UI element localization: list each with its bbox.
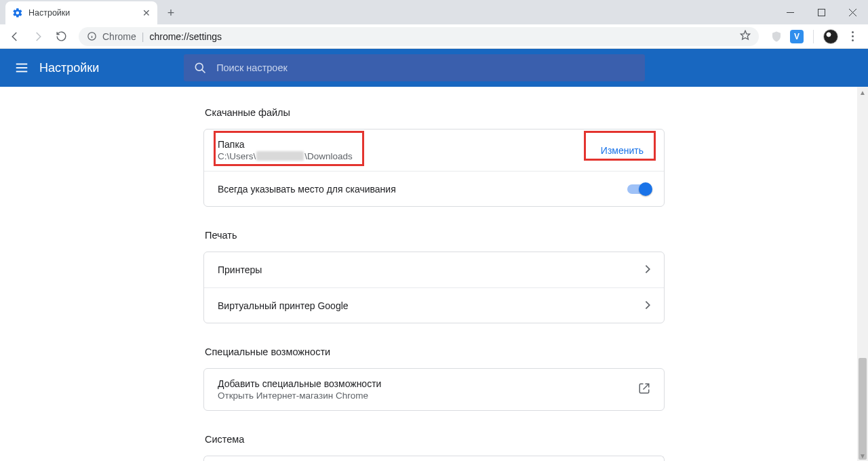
svg-rect-1 [818, 9, 825, 16]
svg-line-12 [202, 70, 205, 73]
svg-marker-7 [741, 31, 749, 39]
back-button[interactable] [5, 27, 24, 46]
svg-marker-13 [646, 265, 650, 273]
redacted-username [256, 151, 304, 161]
printing-card: Принтеры Виртуальный принтер Google [203, 252, 665, 323]
tab-title: Настройки [28, 8, 137, 18]
change-download-location-button[interactable]: Изменить [594, 141, 650, 160]
toolbar-divider [813, 30, 814, 43]
omnibox-path: chrome://settings [149, 31, 222, 42]
section-a11y-title: Специальные возможности [205, 346, 665, 357]
svg-marker-14 [646, 301, 650, 309]
section-printing-title: Печать [205, 230, 665, 241]
gear-icon [12, 7, 23, 18]
bookmark-star-icon[interactable] [740, 30, 751, 43]
profile-avatar[interactable] [823, 29, 838, 44]
downloads-ask-where-label: Всегда указывать место для скачивания [218, 184, 396, 195]
downloads-card: Папка C:\Users\\Downloads Изменить Всегд… [203, 129, 665, 207]
svg-rect-0 [787, 12, 794, 13]
search-icon [193, 61, 207, 75]
settings-header: Настройки [0, 49, 868, 87]
omnibox-origin: Chrome [102, 31, 136, 42]
scroll-up-arrow[interactable]: ▲ [857, 87, 868, 98]
extension-v-icon[interactable]: V [790, 30, 804, 43]
window-close-button[interactable] [837, 0, 868, 24]
new-tab-button[interactable]: + [161, 3, 180, 22]
settings-search-input[interactable] [216, 62, 635, 73]
open-external-icon [638, 382, 650, 397]
svg-point-11 [195, 63, 203, 71]
browser-tabstrip: Настройки ✕ + [0, 0, 868, 24]
vertical-scrollbar[interactable]: ▲ ▼ [857, 87, 868, 461]
omnibox-separator: | [142, 31, 144, 42]
printers-row[interactable]: Принтеры [204, 252, 664, 287]
window-minimize-button[interactable] [774, 0, 806, 24]
close-tab-icon[interactable]: ✕ [142, 7, 151, 18]
a11y-card: Добавить специальные возможности Открыть… [203, 368, 665, 411]
reload-button[interactable] [52, 27, 71, 46]
section-downloads-title: Скачанные файлы [205, 107, 665, 118]
downloads-folder-label: Папка [218, 139, 353, 150]
chevron-right-icon [645, 264, 650, 276]
shield-icon[interactable] [770, 30, 783, 43]
system-card [203, 456, 665, 461]
downloads-folder-path: C:\Users\\Downloads [218, 151, 353, 161]
settings-content: Скачанные файлы Папка C:\Users\\Download… [0, 87, 868, 461]
cloud-print-row[interactable]: Виртуальный принтер Google [204, 287, 664, 323]
browser-toolbar: Chrome | chrome://settings V [0, 24, 868, 49]
downloads-ask-where-row: Всегда указывать место для скачивания [204, 171, 664, 206]
window-controls [774, 0, 868, 24]
window-maximize-button[interactable] [806, 0, 837, 24]
scrollbar-thumb[interactable] [859, 358, 867, 460]
address-bar[interactable]: Chrome | chrome://settings [79, 27, 759, 46]
page-title: Настройки [39, 61, 99, 75]
site-info-icon[interactable] [87, 31, 97, 41]
browser-menu-button[interactable] [845, 31, 860, 41]
browser-tab-active[interactable]: Настройки ✕ [5, 1, 157, 24]
extension-icons: V [767, 29, 863, 44]
add-a11y-row[interactable]: Добавить специальные возможности Открыть… [204, 369, 664, 410]
downloads-location-row: Папка C:\Users\\Downloads Изменить [204, 129, 664, 171]
forward-button[interactable] [28, 27, 47, 46]
settings-search[interactable] [184, 54, 645, 81]
scroll-down-arrow[interactable]: ▼ [857, 450, 868, 461]
section-system-title: Система [205, 434, 665, 445]
downloads-ask-where-toggle[interactable] [627, 184, 650, 194]
menu-button[interactable] [8, 54, 35, 81]
chevron-right-icon [645, 300, 650, 312]
